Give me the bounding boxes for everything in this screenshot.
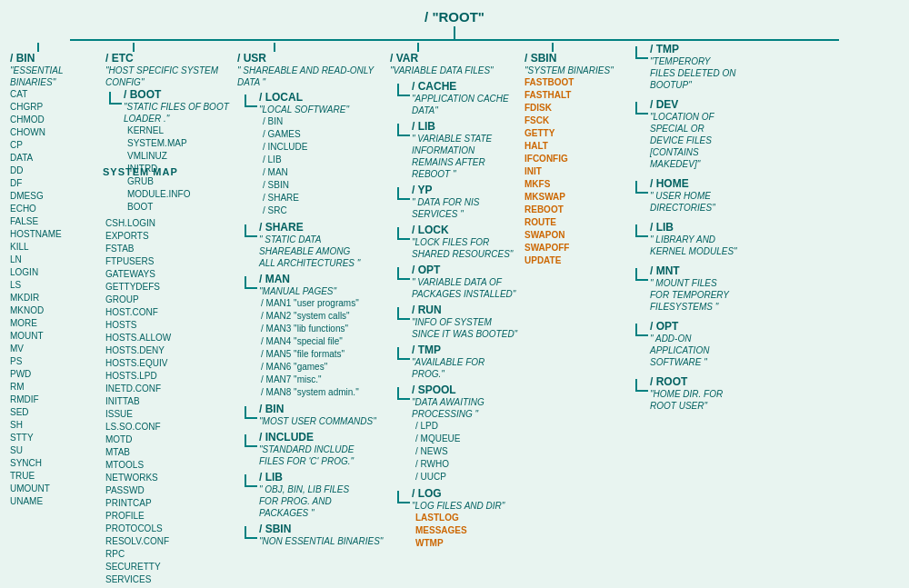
- page: / "ROOT" / BIN "ESSENTIAL BINARIES" CAT …: [0, 0, 909, 588]
- list-item: KILL: [10, 241, 100, 254]
- var-dir-desc: "VARIABLE DATA FILES": [390, 65, 519, 76]
- list-item: GATEWAYS: [105, 268, 232, 281]
- list-item: SED: [10, 406, 100, 419]
- usr-local-desc: "LOCAL SOFTWARE": [259, 104, 349, 115]
- etc-file-list: CSH.LOGIN EXPORTS FSTAB FTPUSERS GATEWAY…: [105, 217, 232, 588]
- usr-include-name: / INCLUDE: [259, 431, 368, 443]
- list-item: / UUCP: [415, 471, 519, 483]
- list-item: MKFS: [524, 178, 626, 191]
- right-dev-name: / DEV: [650, 98, 737, 111]
- list-item: HOSTNAME: [10, 228, 100, 241]
- list-item: / INCLUDE: [263, 141, 349, 154]
- bin-column: / BIN "ESSENTIAL BINARIES" CAT CHGRP CHM…: [7, 41, 103, 510]
- list-item: LOGIN: [10, 266, 100, 279]
- etc-column: / ETC "HOST SPECIFIC SYSTEM CONFIG" / BO…: [103, 41, 235, 588]
- bin-dir-desc: "ESSENTIAL BINARIES": [10, 65, 100, 88]
- list-item: LASTLOG: [415, 512, 504, 524]
- var-log-desc: "LOG FILES AND DIR": [412, 500, 504, 512]
- list-item: / NEWS: [415, 445, 519, 458]
- right-home-desc: " USER HOME DIRECTORIES": [650, 190, 737, 214]
- list-item: MKSWAP: [524, 191, 626, 204]
- list-item: INETD.CONF: [105, 383, 232, 395]
- list-item: SWAPOFF: [524, 242, 626, 254]
- usr-man-desc: "MANUAL PAGES": [259, 285, 359, 297]
- list-item: HOSTS.DENY: [105, 344, 232, 357]
- etc-dir-desc: "HOST SPECIFIC SYSTEM CONFIG": [105, 65, 232, 88]
- right-dev-desc: "LOCATION OF SPECIAL OR DEVICE FILES [CO…: [650, 111, 737, 170]
- usr-bin-desc: "MOST USER COMMANDS": [259, 415, 376, 427]
- list-item: CHMOD: [10, 114, 100, 126]
- list-item: EXPORTS: [105, 230, 232, 243]
- var-log-files: LASTLOG MESSAGES WTMP: [415, 512, 504, 550]
- list-item: PASSWD: [105, 484, 232, 497]
- usr-lib-desc: " OBJ, BIN, LIB FILES FOR PROG. AND PACK…: [259, 483, 368, 519]
- system-map-label: SYSTEM MAP: [103, 166, 178, 177]
- list-item: PRINTCAP: [105, 497, 232, 510]
- list-item: RMDIF: [10, 394, 100, 406]
- right-tmp-name: / TMP: [650, 43, 737, 55]
- boot-dir-desc: "STATIC FILES OF BOOT LOADER .": [124, 101, 232, 125]
- usr-include-desc: "STANDARD INCLUDE FILES FOR 'C' PROG.": [259, 443, 368, 467]
- list-item: GROUP: [105, 294, 232, 306]
- usr-lib-name: / LIB: [259, 471, 368, 483]
- usr-dir-name: / USR: [237, 52, 385, 65]
- usr-local-name: / LOCAL: [259, 91, 349, 104]
- list-item: / SRC: [263, 204, 349, 217]
- list-item: HALT: [524, 140, 626, 153]
- var-spool-name: / SPOOL: [412, 384, 519, 396]
- sbin-dir-desc: "SYSTEM BINARIES": [524, 65, 626, 76]
- list-item: IFCONFIG: [524, 153, 626, 165]
- usr-bin-name: / BIN: [259, 403, 376, 415]
- var-opt-name: / OPT: [412, 264, 519, 276]
- list-item: / MAN: [263, 166, 349, 179]
- list-item: HOST.CONF: [105, 306, 232, 319]
- list-item: SH: [10, 419, 100, 432]
- list-item: RESOLV.CONF: [105, 535, 232, 548]
- var-log-name: / LOG: [412, 487, 504, 500]
- var-spool-desc: "DATA AWAITING PROCESSING ": [412, 396, 519, 420]
- usr-sbin-desc: "NON ESSENTIAL BINARIES": [259, 535, 383, 547]
- var-spool-files: / LPD / MQUEUE / NEWS / RWHO / UUCP: [415, 420, 519, 483]
- list-item: FDISK: [524, 102, 626, 115]
- list-item: UMOUNT: [10, 483, 100, 495]
- usr-share-desc: " STATIC DATA SHAREABLE AMONG ALL ARCHIT…: [259, 234, 368, 269]
- list-item: SERVICES: [105, 573, 232, 586]
- list-item: / MAN3 "lib functions": [261, 323, 359, 335]
- list-item: / MAN6 "games": [261, 361, 359, 374]
- etc-dir-name: / ETC: [105, 52, 232, 65]
- boot-dir-name: / BOOT: [124, 88, 232, 101]
- list-item: / MAN2 "system calls": [261, 310, 359, 323]
- usr-share-name: / SHARE: [259, 221, 368, 234]
- list-item: SWAPON: [524, 229, 626, 242]
- list-item: TRUE: [10, 470, 100, 483]
- list-item: INITTAB: [105, 395, 232, 408]
- list-item: MKDIR: [10, 292, 100, 304]
- list-item: ISSUE: [105, 408, 232, 421]
- right-panel: / TMP "TEMPERORY FILES DELETED ON BOOTUP…: [633, 41, 740, 421]
- right-tmp-desc: "TEMPERORY FILES DELETED ON BOOTUP": [650, 55, 737, 91]
- list-item: RM: [10, 381, 100, 394]
- var-cache-desc: "APPLICATION CACHE DATA": [412, 93, 519, 116]
- list-item: / LPD: [415, 420, 519, 433]
- var-yp-desc: " DATA FOR NIS SERVICES ": [412, 196, 519, 220]
- list-item: UNAME: [10, 495, 100, 508]
- bin-dir-name: / BIN: [10, 52, 100, 65]
- list-item: / MAN8 "system admin.": [261, 386, 359, 399]
- list-item: DMESG: [10, 190, 100, 203]
- list-item: CHOWN: [10, 126, 100, 139]
- list-item: MTOOLS: [105, 459, 232, 472]
- list-item: / BIN: [263, 115, 349, 128]
- var-cache-name: / CACHE: [412, 80, 519, 93]
- list-item: PROTOCOLS: [105, 523, 232, 535]
- list-item: LS: [10, 279, 100, 292]
- usr-sbin-name: / SBIN: [259, 523, 383, 535]
- right-root-name: / ROOT: [650, 375, 737, 388]
- list-item: SU: [10, 444, 100, 457]
- list-item: / MAN5 "file formats": [261, 348, 359, 361]
- list-item: SYNCH: [10, 457, 100, 470]
- list-item: CAT: [10, 88, 100, 101]
- list-item: DF: [10, 177, 100, 190]
- var-run-desc: "INFO OF SYSTEM SINCE IT WAS BOOTED": [412, 316, 519, 340]
- list-item: INIT: [524, 165, 626, 178]
- list-item: SYSTEM.MAP: [127, 137, 232, 150]
